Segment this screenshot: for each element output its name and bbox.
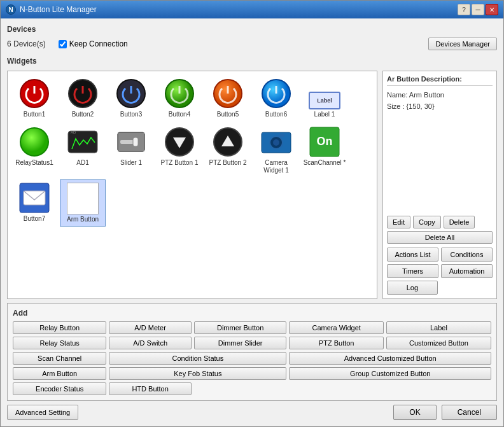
add-group-customized-btn[interactable]: Group Customized Button (289, 367, 491, 380)
add-encoder-status-btn[interactable]: Encoder Status (13, 382, 106, 395)
widget-label1[interactable]: Label Label 1 (302, 75, 347, 121)
svg-point-6 (20, 128, 48, 156)
widget-label-ptz-btn2: PTZ Button 2 (209, 159, 247, 167)
widget-label-button6: Button6 (265, 111, 287, 118)
add-relay-button-btn[interactable]: Relay Button (13, 321, 106, 334)
widget-slider1[interactable]: Slider 1 (108, 123, 154, 177)
add-key-fob-status-btn[interactable]: Key Fob Status (109, 367, 286, 380)
add-customized-button-btn[interactable]: Customized Button (386, 337, 491, 349)
cancel-button[interactable]: Cancel (442, 405, 497, 420)
add-ptz-button-btn[interactable]: PTZ Button (289, 337, 384, 349)
edit-buttons-row: Edit Copy Delete (387, 216, 493, 228)
widget-label-relaystatus1: RelayStatus1 (15, 159, 53, 167)
widget-icon-relaystatus1 (18, 126, 50, 158)
desc-content: Name: Arm Button Size : {150, 30} (387, 90, 493, 112)
widget-label-slider1: Slider 1 (120, 159, 142, 167)
widget-icon-button5 (212, 78, 244, 109)
add-ad-meter-btn[interactable]: A/D Meter (109, 321, 192, 334)
add-section: Add Relay Button A/D Meter Dimmer Button… (7, 303, 497, 401)
help-button[interactable]: ? (458, 4, 470, 15)
devices-section: Devices 6 Device(s) Keep Connection Devi… (7, 25, 497, 53)
add-advanced-customized-btn[interactable]: Advanced Customized Button (289, 352, 491, 365)
widget-button7[interactable]: Button7 (11, 179, 57, 227)
add-label-btn[interactable]: Label (386, 321, 491, 334)
widget-icon-button7 (18, 182, 50, 214)
ok-button[interactable]: OK (393, 405, 436, 420)
widget-label-label1: Label 1 (314, 111, 335, 118)
widget-button3[interactable]: Button3 (108, 75, 154, 121)
footer-ok-cancel: OK Cancel (393, 405, 497, 420)
desc-name-line: Name: Arm Button (387, 90, 493, 101)
widget-relaystatus1[interactable]: RelayStatus1 (11, 123, 57, 177)
actions-list-button[interactable]: Actions List (387, 248, 438, 262)
svg-text:AD: AD (71, 130, 76, 134)
widget-icon-ptz-btn2 (212, 126, 244, 158)
add-condition-status-btn[interactable]: Condition Status (109, 352, 286, 365)
widget-button5[interactable]: Button5 (205, 75, 251, 121)
add-ad-switch-btn[interactable]: A/D Switch (109, 337, 192, 349)
widget-icon-ad1: AD (67, 126, 99, 158)
widget-scanchannel[interactable]: On ScanChannel * (302, 123, 347, 177)
widget-button2[interactable]: Button2 (60, 75, 106, 121)
add-label: Add (13, 309, 491, 318)
delete-button[interactable]: Delete (444, 216, 475, 228)
widget-icon-button3 (115, 78, 147, 109)
widget-label-button7: Button7 (24, 215, 45, 223)
title-bar: N N-Button Lite Manager ? ─ ✕ (1, 1, 503, 18)
devices-manager-button[interactable]: Devices Manager (428, 38, 497, 50)
copy-button[interactable]: Copy (413, 216, 441, 228)
desc-size-line: Size : {150, 30} (387, 101, 493, 113)
widget-label-button5: Button5 (217, 111, 239, 118)
widget-ptz-btn2[interactable]: PTZ Button 2 (205, 123, 251, 177)
timers-button[interactable]: Timers (387, 264, 438, 278)
widget-ptz-btn1[interactable]: PTZ Button 1 (157, 123, 202, 177)
widget-label-arm-button: Arm Button (67, 216, 99, 223)
widget-button1[interactable]: Button1 (11, 75, 57, 121)
widget-label-button2: Button2 (72, 111, 94, 118)
svg-rect-12 (133, 137, 138, 146)
add-scan-channel-btn[interactable]: Scan Channel (13, 352, 106, 365)
automation-button[interactable]: Automation (441, 264, 493, 278)
widget-button6[interactable]: Button6 (253, 75, 299, 121)
widget-icon-slider1 (115, 126, 147, 158)
minimize-button[interactable]: ─ (472, 4, 484, 15)
widget-icon-button6 (260, 78, 292, 109)
svg-point-19 (273, 139, 279, 146)
add-dimmer-slider-btn[interactable]: Dimmer Slider (194, 337, 286, 349)
widget-icon-ptz-btn1 (164, 126, 195, 158)
add-relay-status-btn[interactable]: Relay Status (13, 337, 106, 349)
footer-row: Advanced Setting OK Cancel (7, 405, 497, 420)
devices-bar-left: 6 Device(s) Keep Connection (7, 39, 128, 48)
widget-icon-camera1 (260, 126, 292, 158)
add-arm-button-btn[interactable]: Arm Button (13, 367, 106, 380)
devices-label: Devices (7, 25, 497, 34)
widget-arm-button[interactable]: Arm Button (60, 179, 106, 227)
keep-connection-label: Keep Connection (59, 39, 128, 48)
close-button[interactable]: ✕ (486, 4, 498, 15)
advanced-setting-button[interactable]: Advanced Setting (7, 405, 78, 420)
add-camera-widget-btn[interactable]: Camera Widget (289, 321, 384, 334)
widgets-label: Widgets (7, 57, 497, 66)
add-dimmer-button-btn[interactable]: Dimmer Button (194, 321, 286, 334)
widget-ad1[interactable]: AD AD1 (60, 123, 106, 177)
devices-bar: 6 Device(s) Keep Connection Devices Mana… (7, 35, 497, 53)
edit-button[interactable]: Edit (387, 216, 410, 228)
keep-connection-checkbox[interactable] (59, 40, 67, 48)
widget-label-button4: Button4 (169, 111, 190, 118)
widget-icon-button4 (164, 78, 195, 109)
description-panel: Ar Button Description: Name: Arm Button … (382, 71, 497, 299)
delete-all-button[interactable]: Delete All (387, 231, 493, 244)
conditions-button[interactable]: Conditions (441, 248, 493, 262)
widget-icon-arm-button (67, 183, 99, 214)
add-htd-button-btn[interactable]: HTD Button (109, 382, 192, 395)
title-buttons: ? ─ ✕ (458, 4, 498, 15)
device-count: 6 Device(s) (7, 39, 46, 48)
widgets-panel: Button1 Button2 (7, 71, 377, 299)
log-button[interactable]: Log (387, 281, 438, 295)
widget-button4[interactable]: Button4 (157, 75, 202, 121)
widget-camera1[interactable]: Camera Widget 1 (253, 123, 299, 177)
svg-rect-7 (68, 131, 97, 153)
svg-text:On: On (317, 135, 333, 148)
widget-label-ad1: AD1 (76, 159, 88, 167)
widget-label-button3: Button3 (120, 111, 142, 118)
